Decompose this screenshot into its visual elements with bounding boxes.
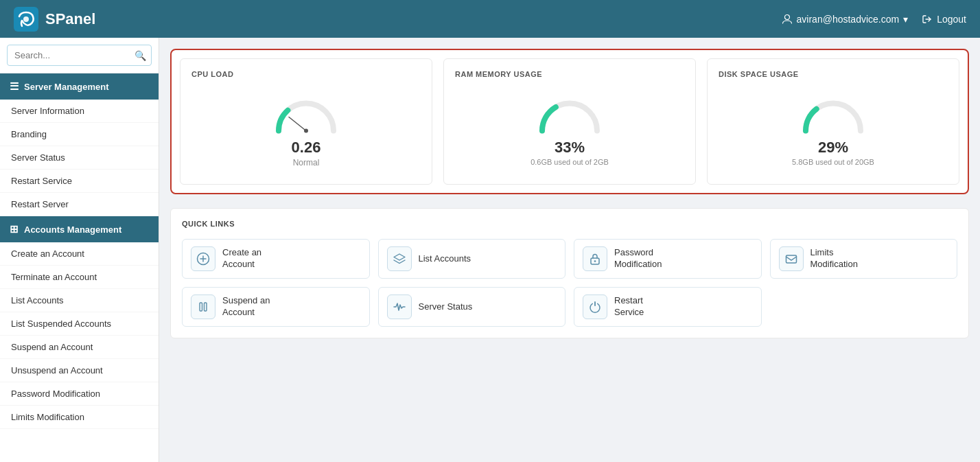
quick-link-server-status[interactable]: Server Status [378, 287, 566, 327]
svg-point-1 [23, 16, 29, 22]
ram-title: RAM MEMORY USAGE [455, 70, 684, 78]
svg-rect-13 [205, 303, 207, 311]
cpu-gauge-svg [272, 95, 340, 136]
disk-gauge: 29% 5.8GB used out of 20GB [719, 89, 948, 172]
sidebar-item-terminate-account[interactable]: Terminate an Account [0, 266, 159, 289]
limits-mod-label: LimitsModification [810, 247, 858, 270]
quick-links-grid: Create anAccount List Accounts [182, 239, 957, 327]
cpu-title: CPU LOAD [191, 70, 421, 78]
logout-icon [922, 14, 933, 25]
svg-point-10 [594, 260, 596, 262]
sidebar-item-suspend-account[interactable]: Suspend an Account [0, 336, 159, 359]
power-icon [588, 300, 602, 314]
search-icon: 🔍 [135, 50, 146, 61]
sidebar-item-create-account[interactable]: Create an Account [0, 242, 159, 266]
server-status-icon [387, 294, 412, 319]
disk-gauge-svg [799, 95, 867, 136]
header: SPanel aviran@hostadvice.com ▾ Logout [0, 0, 980, 38]
svg-line-4 [289, 117, 306, 131]
password-mod-label: PasswordModification [614, 247, 662, 270]
server-icon: ☰ [10, 80, 19, 93]
activity-icon [393, 300, 406, 314]
suspend-account-icon [191, 294, 215, 319]
ram-gauge-svg [535, 95, 604, 136]
user-email: aviran@hostadvice.com [797, 14, 900, 25]
suspend-account-label: Suspend anAccount [222, 295, 270, 319]
disk-card: DISK SPACE USAGE 29% 5.8GB used out of 2… [707, 58, 959, 185]
cpu-load-card: CPU LOAD 0.26 Normal [180, 58, 432, 185]
envelope-icon [784, 252, 798, 266]
restart-service-icon [583, 294, 607, 319]
sidebar-item-server-status[interactable]: Server Status [0, 146, 159, 170]
sidebar-item-branding[interactable]: Branding [0, 123, 159, 146]
sidebar-item-restart-service[interactable]: Restart Service [0, 170, 159, 193]
sidebar-item-restart-server[interactable]: Restart Server [0, 193, 159, 216]
server-management-header[interactable]: ☰ Server Management [0, 73, 159, 100]
cpu-label: Normal [293, 158, 320, 168]
user-icon [782, 14, 793, 25]
ram-value: 33% [555, 139, 585, 157]
header-right: aviran@hostadvice.com ▾ Logout [782, 14, 966, 25]
layers-icon [393, 252, 406, 266]
sidebar-item-list-accounts[interactable]: List Accounts [0, 289, 159, 312]
quick-link-list-accounts[interactable]: List Accounts [378, 239, 566, 279]
quick-links-section: QUICK LINKS Create anAccount [170, 208, 969, 338]
pause-icon [196, 300, 210, 314]
logo-icon [14, 7, 38, 32]
logo-text: SPanel [45, 10, 95, 28]
list-accounts-icon [387, 246, 412, 271]
quick-link-limits-mod[interactable]: LimitsModification [770, 239, 958, 279]
sidebar: 🔍 ☰ Server Management Server Information… [0, 38, 159, 462]
sidebar-item-list-suspended[interactable]: List Suspended Accounts [0, 312, 159, 336]
ram-sub: 0.6GB used out of 2GB [530, 158, 609, 166]
sidebar-item-password-mod[interactable]: Password Modification [0, 382, 159, 406]
ram-card: RAM MEMORY USAGE 33% 0.6GB used out of 2… [443, 58, 696, 185]
header-user[interactable]: aviran@hostadvice.com ▾ [782, 14, 909, 25]
lock-icon [588, 252, 602, 266]
logout-label: Logout [937, 14, 966, 25]
cpu-gauge: 0.26 Normal [191, 89, 421, 173]
quick-links-title: QUICK LINKS [182, 220, 957, 228]
svg-point-2 [784, 14, 789, 19]
search-container: 🔍 [0, 38, 159, 73]
sidebar-item-limits-mod[interactable]: Limits Modification [0, 406, 159, 429]
cpu-value: 0.26 [292, 139, 321, 157]
main-content: CPU LOAD 0.26 Normal RAM MEMORY USAGE [159, 38, 980, 462]
quick-link-password-mod[interactable]: PasswordModification [574, 239, 762, 279]
list-accounts-label: List Accounts [419, 253, 471, 265]
disk-value: 29% [818, 139, 848, 157]
disk-sub: 5.8GB used out of 20GB [792, 158, 874, 166]
search-input[interactable] [7, 45, 152, 66]
dropdown-arrow: ▾ [903, 14, 908, 25]
logo: SPanel [14, 7, 95, 32]
sidebar-item-unsuspend-account[interactable]: Unsuspend an Account [0, 359, 159, 382]
svg-point-5 [304, 129, 308, 133]
stats-container: CPU LOAD 0.26 Normal RAM MEMORY USAGE [170, 49, 969, 194]
create-account-label: Create anAccount [222, 247, 261, 270]
create-account-icon [191, 246, 215, 271]
main-layout: 🔍 ☰ Server Management Server Information… [0, 38, 980, 462]
password-mod-icon [583, 246, 607, 271]
svg-rect-11 [786, 255, 796, 263]
accounts-management-label: Accounts Management [24, 224, 121, 235]
ram-gauge: 33% 0.6GB used out of 2GB [455, 89, 684, 172]
svg-rect-12 [200, 303, 202, 311]
accounts-icon: ⊞ [10, 223, 19, 235]
logout-button[interactable]: Logout [922, 14, 966, 25]
sidebar-item-server-information[interactable]: Server Information [0, 100, 159, 123]
server-status-label: Server Status [419, 301, 473, 313]
quick-link-suspend-account[interactable]: Suspend anAccount [182, 287, 370, 327]
limits-mod-icon [779, 246, 804, 271]
accounts-management-header[interactable]: ⊞ Accounts Management [0, 216, 159, 242]
restart-service-label: RestartService [614, 295, 644, 319]
quick-link-create-account[interactable]: Create anAccount [182, 239, 370, 279]
quick-link-restart-service[interactable]: RestartService [574, 287, 762, 327]
server-management-label: Server Management [24, 82, 109, 92]
disk-title: DISK SPACE USAGE [719, 70, 948, 78]
plus-circle-icon [196, 252, 210, 266]
